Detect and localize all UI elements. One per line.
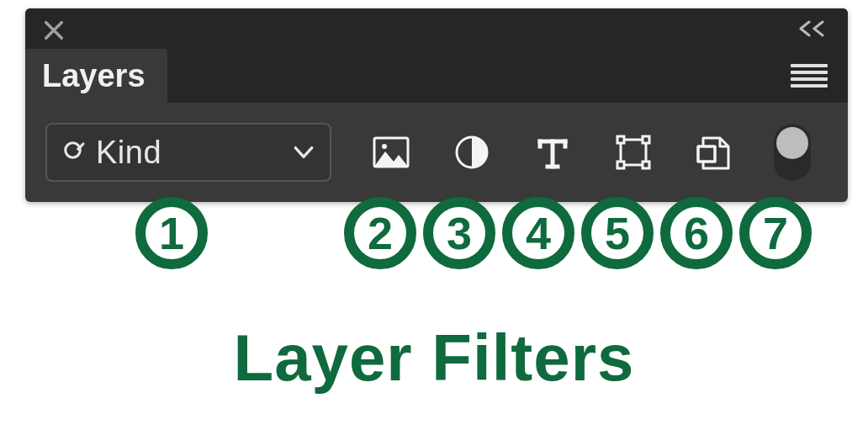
annotation-badge-4: 4 xyxy=(502,197,574,269)
svg-rect-17 xyxy=(698,146,715,162)
adjustment-layers-icon[interactable] xyxy=(453,133,491,172)
svg-rect-13 xyxy=(617,136,624,143)
tab-label: Layers xyxy=(42,58,146,94)
toggle-knob xyxy=(776,127,808,159)
svg-point-5 xyxy=(382,144,387,149)
smart-objects-icon[interactable] xyxy=(695,133,733,172)
search-icon xyxy=(62,140,87,165)
filter-type-dropdown[interactable]: Kind xyxy=(45,123,331,182)
chevron-down-icon xyxy=(293,144,315,161)
filter-icons-group xyxy=(372,133,733,172)
svg-rect-15 xyxy=(617,162,624,168)
annotation-badge-2: 2 xyxy=(344,197,416,269)
close-icon[interactable] xyxy=(42,19,66,42)
panel-titlebar xyxy=(25,8,848,49)
filter-dropdown-label: Kind xyxy=(87,135,293,171)
pixel-layers-icon[interactable] xyxy=(372,133,410,172)
layer-filter-row: Kind xyxy=(25,103,848,202)
annotation-caption: Layer Filters xyxy=(0,320,868,396)
tab-layers[interactable]: Layers xyxy=(25,49,167,103)
collapse-left-icon[interactable] xyxy=(796,20,829,37)
annotation-badge-7: 7 xyxy=(739,197,812,269)
panel-tabbar: Layers xyxy=(25,49,848,103)
annotation-badge-6: 6 xyxy=(660,197,733,269)
panel-menu-icon[interactable] xyxy=(791,64,828,88)
layers-panel: Layers Kind xyxy=(25,8,848,202)
annotation-badge-1: 1 xyxy=(135,197,208,269)
shape-layers-icon[interactable] xyxy=(614,133,653,172)
type-layers-icon[interactable] xyxy=(533,133,572,172)
svg-rect-16 xyxy=(643,162,649,168)
svg-rect-14 xyxy=(643,136,649,143)
filter-toggle[interactable] xyxy=(774,124,811,181)
annotation-badge-5: 5 xyxy=(581,197,654,269)
annotation-badge-3: 3 xyxy=(423,197,495,269)
